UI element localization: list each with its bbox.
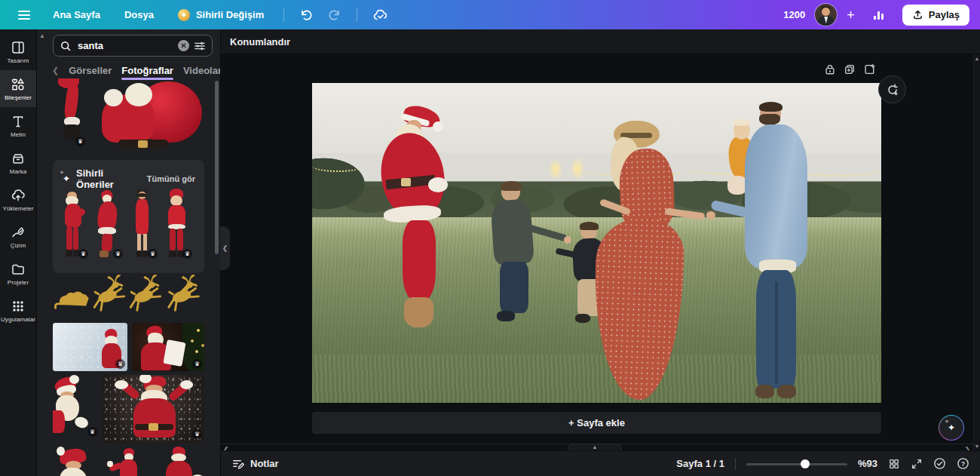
suggestion-santa-1[interactable]: ♛ [57,187,90,260]
check-circle-button[interactable] [933,457,946,470]
zoom-slider[interactable] [746,459,847,468]
reindeer-icon [91,275,127,315]
panel-scrollbar[interactable] [215,81,219,254]
scroll-up-icon[interactable]: ▲ [975,56,980,61]
tab-videos[interactable]: Videolar [183,65,221,76]
fullscreen-button[interactable] [911,458,923,470]
photo-result-santa-back[interactable] [155,447,204,476]
magic-switch-button[interactable]: ✦ Sihirli Değişim [166,0,276,29]
top-bar: Ana Sayfa Dosya ✦ Sihirli Değişim 1200 + [0,0,980,29]
brand-icon [11,151,26,166]
file-menu-button[interactable]: Dosya [112,0,166,29]
photo-result-santa-leg[interactable]: ♛ [53,78,87,148]
sidebar-item-design[interactable]: Tasarım [0,33,36,70]
crown-icon: ♛ [182,249,192,259]
check-circle-icon [933,457,946,470]
suggestion-santa-2[interactable]: ♛ [91,187,124,260]
search-box: ✕ [53,35,213,57]
context-toolbar: Konumlandır [221,29,980,54]
fullscreen-icon [911,458,923,470]
add-member-button[interactable]: + [847,8,855,22]
upload-icon [912,9,923,20]
sidebar-item-apps[interactable]: Uygulamalar [0,292,36,329]
undo-button[interactable] [292,8,320,22]
tabs-scroll-left-icon[interactable]: ❮ [52,66,59,75]
object-actions [824,63,875,75]
grid-view-button[interactable] [888,458,900,470]
insights-button[interactable] [865,9,893,21]
sidebar-item-elements[interactable]: Bileşenler [0,70,36,107]
add-page-icon[interactable] [863,63,875,75]
divider [735,458,736,470]
crown-icon: ♛ [115,359,125,369]
canvas-page-photo[interactable] [312,83,881,403]
photo-result-santa-wave[interactable]: ♛ [103,375,204,443]
see-all-link[interactable]: Tümünü gör [147,174,195,183]
share-button[interactable]: Paylaş [902,5,969,26]
page-indicator: Sayfa 1 / 1 [676,458,724,469]
home-menu-button[interactable]: Ana Sayfa [41,0,112,29]
photo-result-santa-dance[interactable] [106,447,151,476]
duplicate-icon[interactable] [844,63,856,75]
notes-button[interactable]: Notlar [231,457,279,470]
photo-result-santa-peek[interactable]: ♛ [53,375,98,443]
element-gold-reindeer-3[interactable] [164,275,202,315]
zoom-slider-track[interactable] [746,463,847,465]
photo-result-santa-clock[interactable] [53,447,103,476]
result-tabs: ❮ Görseller Fotoğraflar Videolar Ş ❯ [37,61,221,79]
reindeer-icon [127,275,163,315]
photo-result-santa-sack[interactable] [91,78,204,152]
element-gold-reindeer-1[interactable] [91,275,127,315]
design-size-label: 1200 [783,9,805,20]
avatar[interactable] [815,4,837,26]
sidebar-item-projects[interactable]: Projeler [0,255,36,292]
apps-grid-icon [11,299,26,314]
draw-icon [11,225,26,240]
filter-icon[interactable] [194,40,206,52]
redo-icon [328,8,341,22]
cloud-sync-button[interactable] [365,8,397,22]
lock-icon[interactable] [824,63,836,75]
sidebar: Tasarım Bileşenler Metin Marka Yüklemele… [0,29,37,476]
sidebar-item-draw[interactable]: Çizim [0,218,36,255]
element-gold-reindeer-2[interactable] [127,275,163,315]
magic-suggestions-card: ✦ Sihirli Öneriler Tümünü gör ♛ [53,160,204,273]
position-button[interactable]: Konumlandır [230,36,290,48]
sidebar-item-brand[interactable]: Marka [0,144,36,181]
grid-view-icon [888,458,900,470]
add-page-button[interactable]: + Sayfa ekle [312,412,881,434]
undo-icon [299,8,313,22]
reindeer-icon [164,275,202,315]
photo-result-winter-santa[interactable]: ♛ [53,323,127,371]
suggestion-girl-red[interactable]: ♛ [126,187,159,260]
search-input[interactable] [76,39,173,52]
search-icon [60,40,72,52]
sidebar-item-text[interactable]: Metin [0,107,36,144]
upload-cloud-icon [11,188,26,203]
chart-icon [872,9,885,21]
regenerate-button[interactable] [878,75,906,103]
panel-scroll-up-icon[interactable]: ▲ [39,32,45,39]
zoom-level-label[interactable]: %93 [858,458,877,469]
vertical-scrollbar[interactable]: ▲▼ [973,54,980,450]
photo-result-santa-list[interactable]: ♛ [132,323,204,371]
element-gold-sleigh[interactable] [53,285,90,315]
tab-images[interactable]: Görseller [69,65,112,76]
collapse-panel-handle[interactable]: ❮ [220,226,230,270]
help-circle-icon: ? [957,457,969,470]
help-button[interactable]: ? [957,457,969,470]
refresh-icon [886,83,899,97]
clear-search-icon[interactable]: ✕ [178,40,189,51]
sidebar-item-uploads[interactable]: Yüklemeler [0,181,36,218]
crown-icon: ♛ [192,429,202,439]
redo-button[interactable] [320,8,349,22]
workspace: Konumlandır [221,29,980,476]
tab-photos[interactable]: Fotoğraflar [121,65,173,76]
dad-figure [312,83,881,403]
sleigh-icon [53,285,90,315]
suggestion-kid-santa[interactable]: ♛ [161,187,194,260]
zoom-slider-knob[interactable] [801,459,810,468]
assistant-button[interactable]: ✦ [939,415,964,441]
menu-icon[interactable] [8,11,41,20]
scroll-down-icon[interactable]: ▼ [975,444,980,449]
